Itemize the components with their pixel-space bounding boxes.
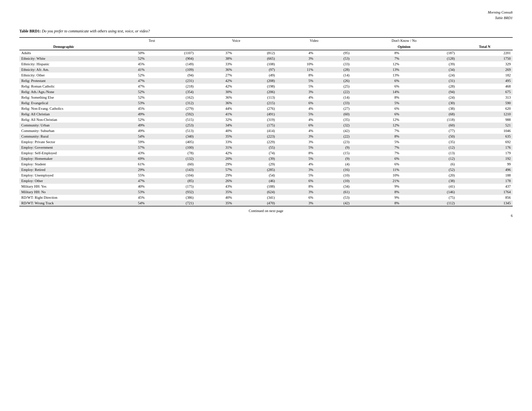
- text-n: (354): [147, 89, 196, 95]
- text-n: (386): [147, 195, 196, 200]
- total-n: 2201: [456, 50, 513, 56]
- text-n: (60): [147, 161, 196, 167]
- video-n: (22): [315, 134, 352, 139]
- video-pct: 5%: [277, 145, 315, 150]
- total-n: 179: [456, 150, 513, 156]
- demo-cell: Community: Rural: [19, 134, 108, 139]
- dk-pct: 8%: [351, 134, 401, 139]
- text-n: (162): [147, 95, 196, 100]
- total-n: 329: [456, 61, 513, 67]
- voice-n: (113): [234, 95, 277, 100]
- video-n: (9): [315, 156, 352, 161]
- voice-pct: 38%: [196, 56, 234, 61]
- video-pct: 4%: [277, 161, 315, 167]
- video-pct: 5%: [277, 173, 315, 178]
- voice-n: (812): [234, 50, 277, 56]
- dk-n: (187): [401, 50, 456, 56]
- text-n: (231): [147, 78, 196, 84]
- text-n: (218): [147, 84, 196, 89]
- voice-pct: 31%: [196, 145, 234, 150]
- text-n: (721): [147, 200, 196, 206]
- video-pct: 8%: [277, 73, 315, 78]
- text-n: (513): [147, 128, 196, 134]
- total-n: 1046: [456, 128, 513, 134]
- video-n: (14): [315, 73, 352, 78]
- video-n: (61): [315, 189, 352, 195]
- total-n: 176: [456, 145, 513, 150]
- voice-pct: 57%: [196, 167, 234, 173]
- dk-pct: 6%: [351, 112, 401, 117]
- dk-pct: 21%: [351, 178, 401, 184]
- voice-n: (29): [234, 161, 277, 167]
- dk-pct: 8%: [351, 50, 401, 56]
- table-row: Military HH: No53%(932)35%(624)3%(61)8%(…: [19, 189, 513, 195]
- video-pct: 4%: [277, 117, 315, 122]
- dk-n: (112): [401, 200, 456, 206]
- video-pct: 4%: [277, 50, 315, 56]
- video-n: (33): [315, 100, 352, 106]
- dk-n: (50): [401, 134, 456, 139]
- video-pct: 6%: [277, 195, 315, 200]
- demo-cell: Employ: Homemaker: [19, 156, 108, 161]
- dk-n: (77): [401, 128, 456, 134]
- dk-pct: 13%: [351, 67, 401, 73]
- demo-cell: Relig: Evangelical: [19, 100, 108, 106]
- dk-pct: 7%: [351, 145, 401, 150]
- voice-pct: 42%: [196, 84, 234, 89]
- total-n: 1764: [456, 189, 513, 195]
- video-pct: 3%: [277, 200, 315, 206]
- text-pct: 45%: [108, 61, 147, 67]
- dk-pct: 10%: [351, 173, 401, 178]
- demo-cell: Employ: Student: [19, 161, 108, 167]
- header-row-bottom: Demographic Opinion Total N: [19, 44, 513, 50]
- dk-pct: 7%: [351, 150, 401, 156]
- total-n: 635: [456, 134, 513, 139]
- dk-pct: 13%: [351, 73, 401, 78]
- text-n: (78): [147, 150, 196, 156]
- text-pct: 52%: [108, 117, 147, 122]
- text-n: (515): [147, 117, 196, 122]
- table-row: Relig: Protestant47%(231)42%(208)5%(26)6…: [19, 78, 513, 84]
- text-pct: 52%: [108, 56, 147, 61]
- table-row: Employ: Homemaker69%(132)20%(39)5%(9)6%(…: [19, 156, 513, 161]
- table-row: Military HH: Yes40%(175)43%(188)8%(34)9%…: [19, 184, 513, 189]
- header-row-top: Text Voice Video Don't Know / No: [19, 37, 513, 44]
- dk-n: (38): [401, 106, 456, 112]
- demo-cell: RD/WT: Wrong Track: [19, 200, 108, 206]
- voice-pct: 26%: [196, 178, 234, 184]
- text-n: (592): [147, 112, 196, 117]
- text-n: (143): [147, 167, 196, 173]
- dk-n: (75): [401, 195, 456, 200]
- continued-text: Continued on next page: [19, 209, 513, 213]
- header-voice: Voice: [196, 37, 277, 44]
- table-row: Employ: Government57%(100)31%(55)5%(9)7%…: [19, 145, 513, 150]
- dk-n: (52): [401, 167, 456, 173]
- video-n: (33): [315, 61, 352, 67]
- text-pct: 52%: [108, 73, 147, 78]
- total-n: 188: [456, 173, 513, 178]
- dk-pct: 12%: [351, 117, 401, 122]
- page-number: 6: [511, 214, 513, 218]
- total-n: 856: [456, 195, 513, 200]
- text-pct: 29%: [108, 167, 147, 173]
- video-pct: 4%: [277, 106, 315, 112]
- table-row: Community: Urban49%(253)34%(175)6%(32)12…: [19, 122, 513, 128]
- video-pct: 5%: [277, 156, 315, 161]
- table-row: Ethnicity: Other52%(94)27%(49)8%(14)13%(…: [19, 73, 513, 78]
- video-pct: 5%: [277, 84, 315, 89]
- table-row: Adults50%(1107)37%(812)4%(95)8%(187)2201: [19, 50, 513, 56]
- page-container: Morning Consult Table BRD1 Table BRD1: D…: [0, 0, 532, 227]
- video-n: (26): [315, 78, 352, 84]
- voice-pct: 27%: [196, 73, 234, 78]
- dk-n: (34): [401, 67, 456, 73]
- voice-n: (206): [234, 89, 277, 95]
- voice-pct: 44%: [196, 106, 234, 112]
- total-n: 269: [456, 67, 513, 73]
- dk-pct: 14%: [351, 89, 401, 95]
- dk-pct: 12%: [351, 122, 401, 128]
- table-row: Relig: Evangelical53%(312)36%(215)6%(33)…: [19, 100, 513, 106]
- total-n: 192: [456, 156, 513, 161]
- voice-pct: 37%: [196, 50, 234, 56]
- text-n: (104): [147, 173, 196, 178]
- demo-cell: Relig: Protestant: [19, 78, 108, 84]
